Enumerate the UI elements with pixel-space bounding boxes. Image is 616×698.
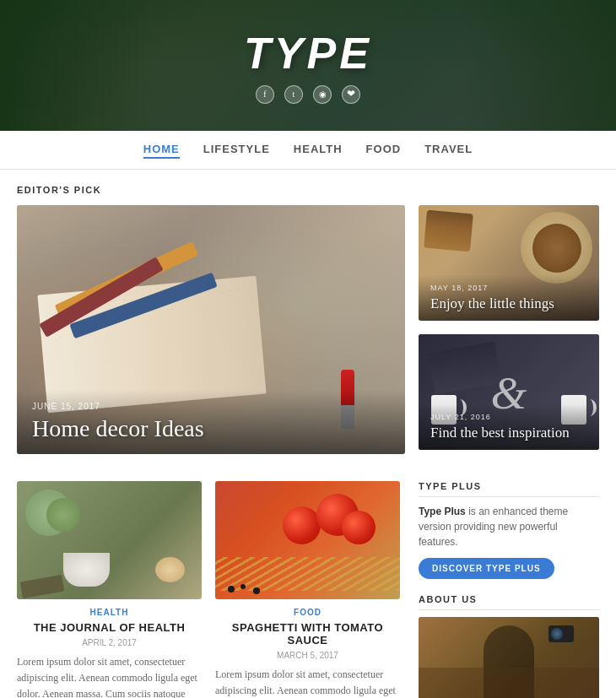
article-food-excerpt: Lorem ipsum dolor sit amet, consectetuer… xyxy=(215,667,400,698)
side-card-2-overlay: JULY 21, 2016 Find the best inspiration xyxy=(419,404,599,450)
top-content-area: JUNE 15, 2017 Home decor Ideas xyxy=(17,205,599,468)
main-content: EDITOR'S PICK JUNE 15, 2017 Home decor I… xyxy=(0,170,616,698)
camera-lens xyxy=(551,628,563,640)
bottom-content-area: HEALTH THE JOURNAL OF HEALTH APRIL 2, 20… xyxy=(17,468,599,698)
tomato-3 xyxy=(342,511,376,544)
type-plus-label: TYPE PLUS xyxy=(419,481,599,497)
food-thumb-bg xyxy=(215,481,400,599)
nav-home[interactable]: HOME xyxy=(143,141,180,159)
featured-post-date: JUNE 15, 2017 xyxy=(32,402,390,411)
article-health-excerpt: Lorem ipsum dolor sit amet, consectetuer… xyxy=(17,654,202,698)
editors-pick-label: EDITOR'S PICK xyxy=(17,185,599,195)
article-health-date: APRIL 2, 2017 xyxy=(17,638,202,647)
social-icons-bar: f t ◉ ❤ xyxy=(256,85,360,104)
site-logo[interactable]: TYPE xyxy=(244,28,372,78)
about-us-section: ABOUT US xyxy=(419,594,599,698)
side-card-2-date: JULY 21, 2016 xyxy=(430,413,587,421)
tomato-1 xyxy=(283,506,321,544)
about-thumb xyxy=(419,617,599,698)
article-health-thumb xyxy=(17,481,202,599)
article-food[interactable]: FOOD SPAGHETTI WITH TOMATO SAUCE MARCH 5… xyxy=(215,481,400,698)
twitter-icon[interactable]: t xyxy=(284,85,303,104)
article-food-title: SPAGHETTI WITH TOMATO SAUCE xyxy=(215,621,400,647)
article-food-date: MARCH 5, 2017 xyxy=(215,651,400,660)
side-card-1-title: Enjoy the little things xyxy=(430,295,587,312)
type-plus-section: TYPE PLUS Type Plus is an enhanced theme… xyxy=(419,481,599,579)
articles-grid: HEALTH THE JOURNAL OF HEALTH APRIL 2, 20… xyxy=(17,468,405,698)
instagram-icon[interactable]: ◉ xyxy=(313,85,332,104)
nav-health[interactable]: HEALTH xyxy=(294,141,343,159)
nav-food[interactable]: FOOD xyxy=(366,141,402,159)
camera-shape xyxy=(548,625,574,642)
side-card-2-title: Find the best inspiration xyxy=(430,425,587,441)
discover-type-plus-button[interactable]: DISCOVER TYPE PLUS xyxy=(419,558,554,579)
article-health[interactable]: HEALTH THE JOURNAL OF HEALTH APRIL 2, 20… xyxy=(17,481,202,698)
featured-overlay: JUNE 15, 2017 Home decor Ideas xyxy=(17,390,405,454)
side-card-1[interactable]: MAY 18, 2017 Enjoy the little things xyxy=(419,205,599,321)
side-card-1-overlay: MAY 18, 2017 Enjoy the little things xyxy=(419,275,599,321)
article-health-category: HEALTH xyxy=(17,608,202,617)
right-sidebar: TYPE PLUS Type Plus is an enhanced theme… xyxy=(419,468,599,698)
nav-lifestyle[interactable]: LIFESTYLE xyxy=(203,141,270,159)
featured-post-title: Home decor Ideas xyxy=(32,415,390,442)
pinterest-icon[interactable]: ❤ xyxy=(342,85,360,104)
main-nav: HOME LIFESTYLE HEALTH FOOD TRAVEL xyxy=(0,131,616,170)
type-plus-description: Type Plus is an enhanced theme version p… xyxy=(419,504,599,549)
article-health-title: THE JOURNAL OF HEALTH xyxy=(17,621,202,634)
facebook-icon[interactable]: f xyxy=(256,85,274,104)
side-cards-column: MAY 18, 2017 Enjoy the little things & J… xyxy=(419,205,599,468)
featured-post[interactable]: JUNE 15, 2017 Home decor Ideas xyxy=(17,205,405,454)
side-card-2[interactable]: & JULY 21, 2016 Find the best inspiratio… xyxy=(419,334,599,450)
article-food-thumb xyxy=(215,481,400,599)
site-header: TYPE f t ◉ ❤ xyxy=(0,0,616,131)
type-plus-highlight: Type Plus xyxy=(419,506,466,517)
side-card-1-date: MAY 18, 2017 xyxy=(430,284,587,292)
article-food-category: FOOD xyxy=(215,608,400,617)
health-thumb-bg xyxy=(17,481,202,599)
nav-travel[interactable]: TRAVEL xyxy=(424,141,473,159)
about-us-label: ABOUT US xyxy=(419,594,599,610)
featured-post-column: JUNE 15, 2017 Home decor Ideas xyxy=(17,205,405,468)
